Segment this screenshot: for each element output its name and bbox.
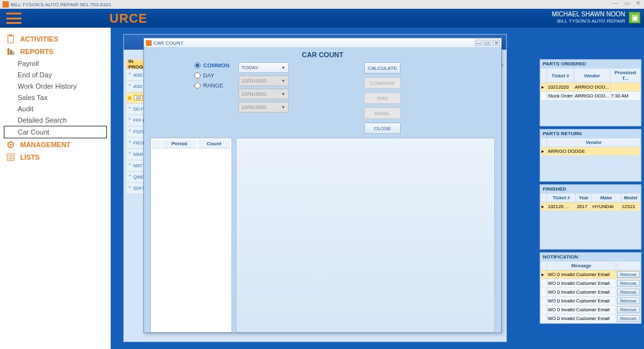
radio-day[interactable]: DAY [194, 72, 238, 79]
svg-point-6 [9, 143, 12, 146]
calendar-icon[interactable]: ▣ [629, 12, 640, 23]
modal-title: CAR COUNT [144, 47, 501, 62]
expand-icon[interactable]: ⌃ [128, 152, 132, 157]
table-row[interactable]: ▸102120 ...2017HYUNDAI12313 [541, 202, 641, 211]
menu-toggle-button[interactable] [6, 13, 21, 24]
reports-icon [6, 47, 15, 56]
svg-rect-3 [10, 50, 13, 55]
nav-management[interactable]: MANAGEMENT [0, 138, 111, 151]
svg-rect-4 [13, 52, 14, 55]
shop-name: BILL TYSON'S AUTO REPAIR [552, 18, 626, 25]
remove-button[interactable]: Remove [617, 271, 640, 278]
calculate-button[interactable]: CALCULATE [364, 62, 401, 74]
range-start-picker: 12/31/2021▼ [238, 89, 289, 99]
table-row[interactable]: WO 0 Invalid Customer EmailRemove [541, 288, 641, 297]
car-count-modal: CAR COUNT — ▭ ✕ CAR COUNT COMMON DAY RAN… [143, 38, 502, 333]
table-row[interactable]: WO 0 Invalid Customer EmailRemove [541, 279, 641, 288]
expand-icon[interactable]: ⌃ [128, 163, 132, 169]
modal-close-button[interactable]: ✕ [492, 40, 500, 46]
expand-icon[interactable]: ⌃ [128, 140, 132, 146]
table-row[interactable]: WO 0 Invalid Customer EmailRemove [541, 297, 641, 306]
app-icon [3, 1, 9, 8]
remove-button[interactable]: Remove [617, 297, 640, 304]
modal-maximize-button[interactable]: ▭ [484, 40, 491, 46]
common-dropdown[interactable]: TODAY▼ [238, 62, 289, 73]
parts-ordered-panel: PARTS ORDERED Ticket #VendorPromised T..… [540, 59, 641, 126]
radio-range[interactable]: RANGE [194, 82, 238, 89]
nav-audit[interactable]: Audit [0, 103, 111, 114]
expand-icon[interactable]: ⌃ [128, 106, 132, 112]
svg-rect-0 [8, 35, 14, 43]
compare-button: COMPARE [364, 77, 401, 89]
app-topbar: URCE MICHAEL SHAWN NOON BILL TYSON'S AUT… [0, 9, 644, 28]
sidebar: ACTIVITIES REPORTS Payroll End of Day Wo… [0, 28, 111, 349]
nav-reports[interactable]: REPORTS [0, 45, 111, 58]
period-count-table: PeriodCount [150, 138, 232, 333]
expand-icon[interactable]: ⌃ [128, 72, 132, 78]
brand-logo: URCE [109, 11, 148, 26]
finished-panel: FINISHED Ticket #YearMakeModel ▸102120 .… [540, 184, 641, 250]
remove-button[interactable]: Remove [617, 289, 640, 296]
clipboard-icon [6, 35, 15, 43]
close-button[interactable]: CLOSE [364, 123, 401, 134]
app-icon [146, 40, 152, 46]
remove-button[interactable]: Remove [617, 315, 640, 322]
nav-sales-tax[interactable]: Sales Tax [0, 92, 111, 103]
expand-icon[interactable]: ⌃ [128, 174, 132, 180]
nav-detailed-search[interactable]: Detailed Search [0, 114, 111, 126]
expand-icon[interactable]: ⌃ [128, 129, 132, 135]
expand-icon[interactable]: ⌃ [128, 186, 132, 191]
user-name: MICHAEL SHAWN NOON [552, 11, 626, 18]
expand-icon[interactable]: ⌃ [128, 84, 132, 89]
table-row[interactable]: ▸WO 0 Invalid Customer EmailRemove [541, 270, 641, 279]
window-title: BILL TYSON'S AUTO REPAIR 561-753-6101 [11, 2, 111, 8]
svg-rect-1 [9, 35, 12, 36]
status-dot-icon [128, 96, 131, 100]
remove-button[interactable]: Remove [617, 306, 640, 313]
nav-lists[interactable]: LISTS [0, 151, 111, 163]
nav-end-of-day[interactable]: End of Day [0, 69, 111, 80]
close-button[interactable]: ✕ [634, 0, 643, 6]
table-row[interactable]: ▸ARRIGO DODGE [541, 147, 641, 156]
detail-area [236, 138, 495, 333]
chevron-down-icon: ▼ [281, 79, 286, 83]
table-row[interactable]: WO 0 Invalid Customer EmailRemove [541, 314, 641, 323]
remove-button[interactable]: Remove [617, 280, 640, 287]
sms-button: SMS [364, 92, 401, 104]
nav-car-count[interactable]: Car Count [4, 126, 107, 138]
os-titlebar: BILL TYSON'S AUTO REPAIR 561-753-6101 — … [0, 0, 644, 9]
expand-icon[interactable]: ⌃ [128, 118, 132, 123]
nav-work-order-history[interactable]: Work Order History [0, 80, 111, 92]
table-row[interactable]: ▸10212020ARRIGO DOD... [541, 83, 641, 92]
gear-icon [6, 140, 15, 149]
nav-payroll[interactable]: Payroll [0, 58, 111, 69]
minimize-button[interactable]: — [611, 0, 620, 6]
chevron-down-icon: ▼ [281, 65, 286, 70]
email-button: EMAIL [364, 108, 401, 119]
table-row[interactable]: WO 0 Invalid Customer EmailRemove [541, 306, 641, 314]
radio-common[interactable]: COMMON [194, 62, 238, 69]
notification-panel: NOTIFICATION Message ▸WO 0 Invalid Custo… [540, 252, 641, 324]
chevron-down-icon: ▼ [281, 105, 286, 109]
chevron-down-icon: ▼ [281, 92, 286, 96]
range-end-picker: 12/31/2021▼ [238, 102, 289, 113]
day-date-picker: 12/31/2021▼ [238, 75, 289, 86]
user-block: MICHAEL SHAWN NOON BILL TYSON'S AUTO REP… [552, 11, 626, 25]
modal-minimize-button[interactable]: — [475, 40, 482, 46]
nav-activities[interactable]: ACTIVITIES [0, 33, 111, 45]
svg-rect-2 [8, 48, 10, 55]
parts-return-panel: PARTS RETURN Vendor ▸ARRIGO DODGE [540, 129, 641, 182]
table-row[interactable]: Stock OrderARRIGO DOD...7:30 AM [541, 92, 641, 101]
modal-titlebar[interactable]: CAR COUNT — ▭ ✕ [144, 38, 501, 47]
maximize-button[interactable]: ▭ [623, 0, 631, 6]
list-icon [6, 153, 15, 162]
